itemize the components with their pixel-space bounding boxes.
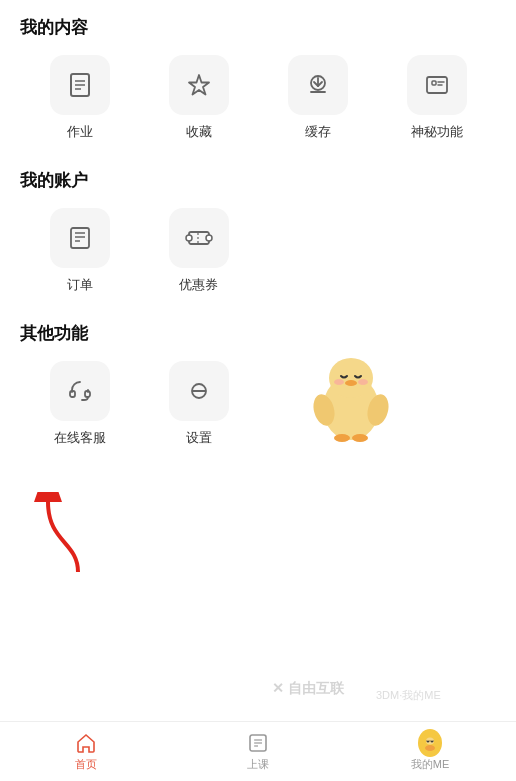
settings-icon-circle: [169, 361, 229, 421]
svg-point-16: [206, 235, 212, 241]
homework-icon: [66, 71, 94, 99]
nav-class[interactable]: 上课: [172, 722, 344, 781]
me-nav-icon: [418, 731, 442, 755]
svg-point-27: [358, 379, 368, 385]
svg-point-26: [334, 379, 344, 385]
home-nav-icon: [74, 731, 98, 755]
orders-item[interactable]: 订单: [20, 208, 139, 294]
svg-point-24: [329, 358, 373, 398]
headset-icon: [66, 377, 94, 405]
homework-item[interactable]: 作业: [20, 55, 139, 141]
my-content-grid: 作业 收藏: [20, 55, 496, 141]
svg-point-25: [345, 380, 357, 386]
svg-text:✕ 自由互联: ✕ 自由互联: [272, 680, 345, 696]
nav-home[interactable]: 首页: [0, 722, 172, 781]
svg-point-39: [425, 745, 435, 751]
section-title-my-account: 我的账户: [20, 169, 496, 192]
star-icon: [185, 71, 213, 99]
mascot-character: [296, 340, 406, 450]
homework-label: 作业: [67, 123, 93, 141]
svg-rect-6: [427, 77, 447, 93]
svg-rect-10: [71, 228, 89, 248]
favorites-icon-circle: [169, 55, 229, 115]
coupons-label: 优惠券: [179, 276, 218, 294]
coupon-icon: [185, 224, 213, 252]
section-title-other: 其他功能: [20, 322, 496, 345]
mystery-icon-circle: [407, 55, 467, 115]
home-nav-label: 首页: [75, 757, 97, 772]
content-area: 我的内容 作业: [0, 0, 516, 721]
section-title-my-content: 我的内容: [20, 16, 496, 39]
svg-text:3DM·我的ME: 3DM·我的ME: [376, 689, 441, 701]
cache-item[interactable]: 缓存: [258, 55, 377, 141]
my-account-grid: 订单 优惠券: [20, 208, 496, 294]
svg-rect-19: [85, 391, 90, 397]
settings-item[interactable]: 设置: [139, 361, 258, 447]
watermark: ✕ 自由互联 3DM·我的ME: [272, 675, 476, 709]
svg-point-30: [334, 434, 350, 442]
cache-label: 缓存: [305, 123, 331, 141]
svg-rect-18: [70, 391, 75, 397]
customer-service-item[interactable]: 在线客服: [20, 361, 139, 447]
mystery-icon: [423, 71, 451, 99]
settings-label: 设置: [186, 429, 212, 447]
mystery-item[interactable]: 神秘功能: [377, 55, 496, 141]
orders-icon: [66, 224, 94, 252]
orders-icon-circle: [50, 208, 110, 268]
download-icon: [304, 71, 332, 99]
nav-me[interactable]: 我的ME: [344, 722, 516, 781]
svg-point-31: [352, 434, 368, 442]
bottom-nav: 首页 上课: [0, 721, 516, 781]
favorites-label: 收藏: [186, 123, 212, 141]
cache-icon-circle: [288, 55, 348, 115]
settings-icon: [185, 377, 213, 405]
red-arrow: [28, 492, 98, 586]
customer-service-label: 在线客服: [54, 429, 106, 447]
class-nav-label: 上课: [247, 757, 269, 772]
svg-point-15: [186, 235, 192, 241]
homework-icon-circle: [50, 55, 110, 115]
coupons-item[interactable]: 优惠券: [139, 208, 258, 294]
svg-rect-7: [432, 81, 436, 85]
other-features-grid: 在线客服 设置: [20, 361, 496, 447]
class-nav-icon: [246, 731, 270, 755]
customer-service-icon-circle: [50, 361, 110, 421]
me-nav-label: 我的ME: [411, 757, 450, 772]
coupons-icon-circle: [169, 208, 229, 268]
orders-label: 订单: [67, 276, 93, 294]
mystery-label: 神秘功能: [411, 123, 463, 141]
page-wrapper: 我的内容 作业: [0, 0, 516, 781]
favorites-item[interactable]: 收藏: [139, 55, 258, 141]
